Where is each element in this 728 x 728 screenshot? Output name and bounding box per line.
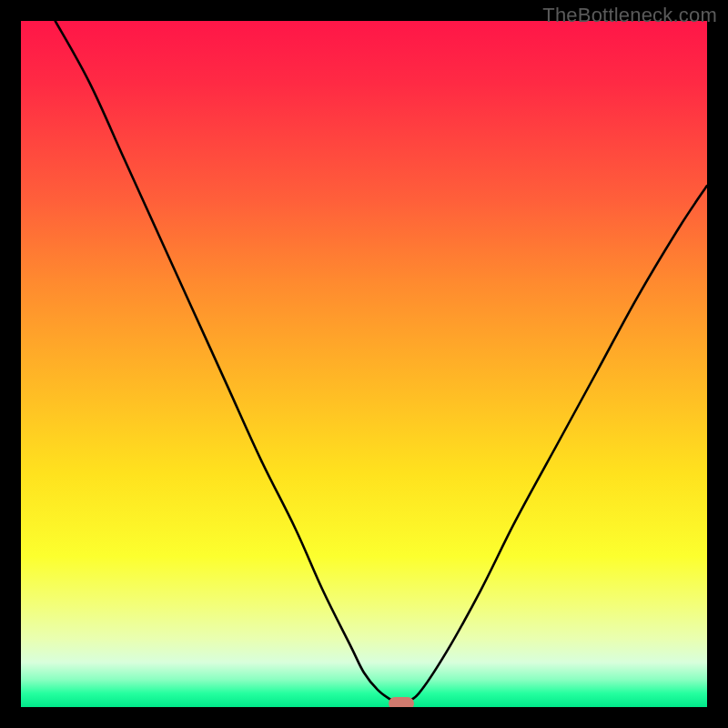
watermark-label: TheBottleneck.com bbox=[542, 4, 717, 27]
bottleneck-marker bbox=[389, 697, 414, 707]
plot-area bbox=[21, 21, 707, 707]
bottleneck-curve bbox=[21, 21, 707, 707]
chart-frame: TheBottleneck.com bbox=[0, 0, 728, 728]
